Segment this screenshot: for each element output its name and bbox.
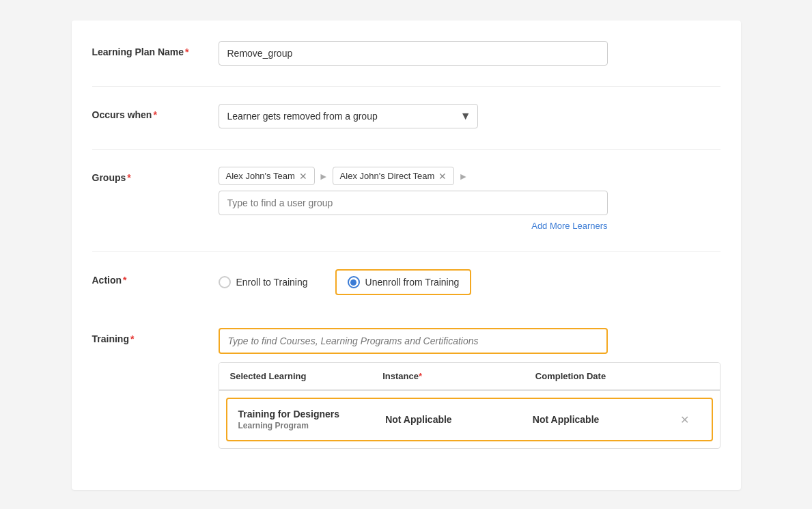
tag-close-button[interactable]: ✕ xyxy=(299,171,307,181)
occurs-when-select-wrapper: Learner gets removed from a group Learne… xyxy=(219,104,478,128)
groups-label: Groups* xyxy=(92,167,219,183)
tag-arrow-icon: ► xyxy=(319,171,328,182)
tag-close-button[interactable]: ✕ xyxy=(438,171,447,181)
unenroll-radio-option-box[interactable]: Unenroll from Training xyxy=(335,269,472,295)
completion-value: Not Applicable xyxy=(533,414,680,425)
occurs-when-select[interactable]: Learner gets removed from a group Learne… xyxy=(219,104,478,128)
tag-alex-team: Alex John's Team ✕ xyxy=(219,167,315,185)
training-label: Training* xyxy=(92,328,219,344)
learning-type: Learning Program xyxy=(238,421,386,430)
tag-label: Alex John's Team xyxy=(226,171,295,181)
table-header: Selected Learning Instance* Completion D… xyxy=(219,363,720,391)
enroll-radio-circle xyxy=(219,276,231,288)
tag-end-arrow-icon: ► xyxy=(458,171,468,182)
selected-learning-table: Selected Learning Instance* Completion D… xyxy=(219,362,720,449)
unenroll-radio-label: Unenroll from Training xyxy=(365,277,460,288)
col-action-header xyxy=(688,371,709,381)
learning-plan-name-label: Learning Plan Name* xyxy=(92,41,219,57)
col-selected-learning-header: Selected Learning xyxy=(230,371,383,381)
training-search-input[interactable] xyxy=(219,328,608,354)
add-more-learners-link[interactable]: Add More Learners xyxy=(219,221,608,231)
col-instance-header: Instance* xyxy=(382,371,535,381)
action-options-container: Enroll to Training Unenroll from Trainin… xyxy=(219,269,720,295)
col-completion-header: Completion Date xyxy=(535,371,688,381)
instance-value: Not Applicable xyxy=(385,414,533,425)
enroll-radio-option[interactable]: Enroll to Training xyxy=(219,276,308,288)
learning-name: Training for Designers xyxy=(238,409,386,419)
learning-plan-name-input[interactable] xyxy=(219,41,608,66)
tag-alex-direct-team: Alex John's Direct Team ✕ xyxy=(333,167,455,185)
table-row: Training for Designers Learning Program … xyxy=(226,398,713,441)
tag-label: Alex John's Direct Team xyxy=(340,171,435,181)
learning-info: Training for Designers Learning Program xyxy=(238,409,386,430)
remove-row-action: ✕ xyxy=(680,413,701,426)
unenroll-radio-circle xyxy=(348,276,360,288)
group-search-input[interactable] xyxy=(219,191,608,215)
occurs-when-label: Occurs when* xyxy=(92,104,219,120)
action-label: Action* xyxy=(92,269,219,286)
groups-tags-container: Alex John's Team ✕ ► Alex John's Direct … xyxy=(219,167,720,185)
enroll-radio-label: Enroll to Training xyxy=(236,277,308,288)
remove-row-button[interactable]: ✕ xyxy=(680,413,689,426)
